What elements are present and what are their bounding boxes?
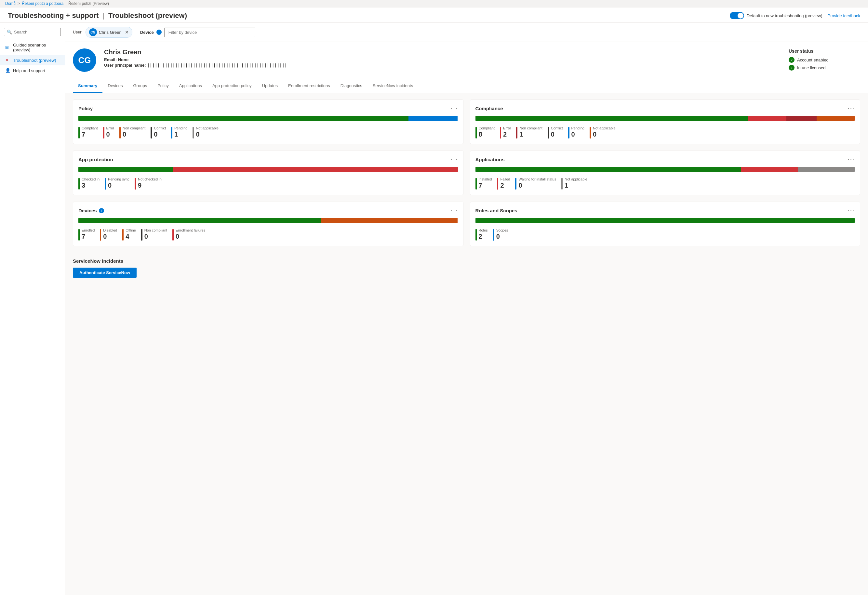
- devices-label-enrolled: Enrolled: [82, 228, 95, 232]
- app-protection-bar-chart: [78, 167, 458, 172]
- compliance-label-pending: Pending: [571, 126, 584, 130]
- tab-policy[interactable]: Policy: [152, 79, 174, 93]
- toggle-label: Default to new troubleshooting (preview): [747, 13, 823, 18]
- upn-label: User principal name:: [104, 63, 146, 68]
- sidebar-item-label-troubleshoot: Troubleshoot (preview): [13, 58, 56, 63]
- compliance-value-pending: 0: [571, 131, 584, 138]
- applications-value-installed: 7: [479, 182, 492, 189]
- devices-info-icon[interactable]: i: [99, 208, 104, 213]
- devices-value-offline: 4: [126, 233, 136, 240]
- x-icon: ✕: [5, 57, 11, 63]
- policy-color-bar-conflict: [150, 127, 152, 138]
- user-avatar-large: CG: [73, 48, 96, 72]
- breadcrumb-home[interactable]: Domů: [5, 1, 16, 6]
- user-chip[interactable]: CG Chris Green ✕: [85, 27, 132, 38]
- sidebar-item-guided-scenarios[interactable]: ⊞ Guided scenarios (preview): [0, 40, 65, 55]
- feedback-link[interactable]: Provide feedback: [828, 13, 860, 18]
- preview-toggle[interactable]: [730, 12, 744, 19]
- content-area: User CG Chris Green ✕ Device i CG Chris …: [65, 23, 868, 595]
- tab-updates[interactable]: Updates: [257, 79, 283, 93]
- compliance-stat-compliant: Compliant 8: [476, 126, 495, 138]
- servicenow-title: ServiceNow incidents: [73, 258, 860, 264]
- policy-stat-compliant: Compliant 7: [78, 126, 98, 138]
- devices-card-menu[interactable]: ···: [451, 207, 457, 214]
- policy-label-notapplicable: Not applicable: [196, 126, 219, 130]
- policy-value-pending: 1: [174, 131, 188, 138]
- app-protection-stats-row: Checked in 3 Pending sync 0: [78, 177, 458, 189]
- tab-applications[interactable]: Applications: [174, 79, 207, 93]
- grid-icon: ⊞: [5, 45, 11, 50]
- tab-summary[interactable]: Summary: [73, 79, 102, 93]
- compliance-label-conflict: Conflict: [551, 126, 563, 130]
- breadcrumb-level1[interactable]: Řešení potíží a podpora: [22, 1, 64, 6]
- breadcrumb-sep1: >: [17, 1, 20, 6]
- servicenow-divider: [73, 254, 860, 254]
- sidebar-nav: ⊞ Guided scenarios (preview) ✕ Troublesh…: [0, 39, 65, 77]
- policy-color-bar-noncompliant: [119, 127, 121, 138]
- applications-stat-installed: Installed 7: [476, 177, 492, 189]
- compliance-card-menu[interactable]: ···: [848, 105, 855, 112]
- roles-scopes-stats-row: Roles 2 Scopes 0: [476, 228, 855, 240]
- tab-app-protection-policy[interactable]: App protection policy: [207, 79, 257, 93]
- policy-color-bar-compliant: [78, 127, 80, 138]
- app-protection-bar-notcheckedin: [174, 167, 458, 172]
- tab-servicenow-incidents[interactable]: ServiceNow incidents: [367, 79, 418, 93]
- device-filter-input[interactable]: [164, 28, 255, 37]
- policy-label-error: Error: [106, 126, 114, 130]
- compliance-color-bar-error: [500, 127, 501, 138]
- tab-devices[interactable]: Devices: [102, 79, 128, 93]
- policy-color-bar-error: [103, 127, 104, 138]
- policy-value-conflict: 0: [154, 131, 166, 138]
- devices-label-disabled: Disabled: [103, 228, 117, 232]
- compliance-label-error: Error: [503, 126, 511, 130]
- info-icon[interactable]: i: [157, 29, 162, 35]
- roles-scopes-color-roles: [476, 229, 477, 240]
- compliance-value-compliant: 8: [479, 131, 495, 138]
- policy-color-bar-pending: [171, 127, 172, 138]
- devices-bar-chart: [78, 218, 458, 223]
- devices-color-noncompliant: [141, 229, 143, 240]
- policy-card-header: Policy ···: [78, 105, 458, 112]
- tab-enrollment-restrictions[interactable]: Enrollment restrictions: [283, 79, 335, 93]
- policy-label-compliant: Compliant: [82, 126, 98, 130]
- page-title-main: Troubleshooting + support: [8, 11, 99, 20]
- applications-card-menu[interactable]: ···: [848, 156, 855, 163]
- sidebar-item-troubleshoot[interactable]: ✕ Troubleshoot (preview): [0, 55, 65, 65]
- authenticate-servicenow-button[interactable]: Authenticate ServiceNow: [73, 268, 136, 278]
- roles-scopes-card-menu[interactable]: ···: [848, 207, 855, 214]
- user-status-panel: User status ✓ Account enabled ✓ Intune l…: [789, 48, 860, 73]
- applications-label-failed: Failed: [500, 177, 510, 181]
- applications-color-notapplicable: [561, 178, 563, 189]
- policy-stat-noncompliant: Non compliant 0: [119, 126, 146, 138]
- toggle-container[interactable]: Default to new troubleshooting (preview): [730, 12, 823, 19]
- policy-stats-row: Compliant 7 Error 0 No: [78, 126, 458, 138]
- cards-container: Policy ··· Compliant 7: [65, 93, 868, 253]
- tab-diagnostics[interactable]: Diagnostics: [335, 79, 367, 93]
- app-protection-color-pendingsync: [105, 178, 106, 189]
- sidebar-item-help-support[interactable]: 👤 Help and support: [0, 65, 65, 76]
- search-box[interactable]: 🔍: [4, 28, 61, 36]
- close-icon[interactable]: ✕: [125, 29, 129, 35]
- policy-value-notapplicable: 0: [196, 131, 219, 138]
- search-input[interactable]: [14, 29, 58, 34]
- app-protection-color-checkedin: [78, 178, 80, 189]
- roles-scopes-value-roles: 2: [479, 233, 488, 240]
- devices-value-disabled: 0: [103, 233, 117, 240]
- user-email: Email: None: [104, 57, 781, 62]
- policy-bar-compliant: [78, 116, 408, 121]
- compliance-label-noncompliant: Non compliant: [519, 126, 542, 130]
- policy-stat-conflict: Conflict 0: [150, 126, 166, 138]
- compliance-stat-error: Error 2: [500, 126, 511, 138]
- applications-color-installed: [476, 178, 477, 189]
- devices-color-offline: [122, 229, 124, 240]
- devices-bar-offline: [321, 218, 458, 223]
- account-enabled-label: Account enabled: [797, 57, 829, 62]
- devices-stat-noncompliant: Non compliant 0: [141, 228, 167, 240]
- policy-card-menu[interactable]: ···: [451, 105, 457, 112]
- person-icon: 👤: [5, 68, 11, 73]
- devices-color-enrollmentfailures: [172, 229, 174, 240]
- app-protection-value-checkedin: 3: [82, 182, 99, 189]
- user-name: Chris Green: [104, 48, 781, 56]
- app-protection-card-menu[interactable]: ···: [451, 156, 457, 163]
- tab-groups[interactable]: Groups: [128, 79, 152, 93]
